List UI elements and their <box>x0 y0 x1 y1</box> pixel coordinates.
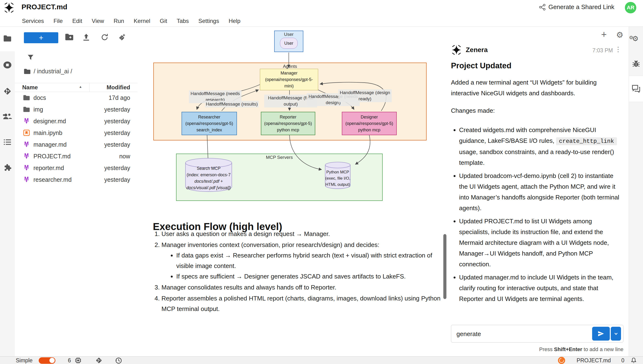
file-modified: yesterday <box>104 118 130 125</box>
chevron-down-icon <box>614 331 619 336</box>
menu-item-run[interactable]: Run <box>114 18 124 24</box>
jupyter-status-icon[interactable] <box>558 357 565 364</box>
chat-tab[interactable] <box>629 84 643 93</box>
doc-list-item-2a: If data gaps exist → Researcher performs… <box>176 250 446 271</box>
sort-by-modified-header[interactable]: Modified <box>106 84 130 91</box>
change-item-1: Created widgets.md with comprehensive Ni… <box>459 125 624 168</box>
file-row-reporter-md[interactable]: M▼ reporter.md yesterday <box>15 162 138 174</box>
funnel-icon <box>27 54 34 61</box>
user-avatar[interactable]: AR <box>625 2 636 14</box>
diagram-node-researcher: Researcher (openai/responses/gpt-5) sear… <box>182 112 237 135</box>
filter-files-button[interactable] <box>27 54 34 62</box>
running-terminals-tab[interactable] <box>0 61 15 69</box>
history-icon[interactable] <box>115 357 122 364</box>
git-clone-icon <box>118 34 126 42</box>
file-modified: yesterday <box>104 141 130 148</box>
diagram-node-reporter: Reporter (openai/responses/gpt-5) python… <box>261 112 315 135</box>
edge-label-results: HandoffMessage (results) <box>205 101 259 108</box>
menu-item-edit[interactable]: Edit <box>72 18 82 24</box>
menu-item-file[interactable]: File <box>54 18 63 24</box>
app-logo-icon <box>3 2 15 14</box>
file-row-researcher-md[interactable]: M▼ researcher.md yesterday <box>15 174 138 186</box>
markdown-icon: M▼ <box>23 164 30 172</box>
notification-count[interactable]: 0 <box>621 357 624 364</box>
assistant-name: Zenera <box>466 46 488 54</box>
upload-icon <box>83 34 90 41</box>
file-list-header: Name ▲ Modified <box>15 83 138 92</box>
file-browser-tab[interactable] <box>0 35 15 42</box>
gears-icon: ⚙⚙ <box>631 34 642 42</box>
generate-shared-link-button[interactable]: Generate a Shared Link <box>539 3 614 11</box>
new-folder-button[interactable] <box>65 34 74 42</box>
file-browser-panel: + <box>15 27 138 356</box>
file-row-docs[interactable]: docs 17d ago <box>15 92 138 104</box>
file-row-manager-md[interactable]: M▼ manager.md yesterday <box>15 139 138 150</box>
menu-item-kernel[interactable]: Kernel <box>134 18 150 24</box>
kernel-chip-icon[interactable] <box>75 357 82 364</box>
users-icon <box>3 113 12 120</box>
menu-item-help[interactable]: Help <box>228 18 240 24</box>
right-activity-bar: ⚙⚙ <box>629 27 643 356</box>
refresh-button[interactable] <box>101 34 108 42</box>
new-chat-button[interactable]: + <box>601 29 607 40</box>
file-row-main-ipynb[interactable]: main.ipynb yesterday <box>15 127 138 139</box>
new-launcher-button[interactable]: + <box>24 32 58 43</box>
new-folder-icon <box>65 34 74 40</box>
sort-ascending-icon: ▲ <box>79 85 82 88</box>
file-row-project-md[interactable]: M▼ PROJECT.md now <box>15 150 138 162</box>
breadcrumb[interactable]: / industrial_ai / <box>24 68 72 75</box>
debugger-tab[interactable] <box>629 60 643 68</box>
file-name: researcher.md <box>34 176 72 183</box>
doc-list-item-2b: If specs are sufficient → Designer gener… <box>176 271 446 282</box>
table-of-contents-tab[interactable] <box>0 138 15 146</box>
puzzle-icon <box>3 163 12 172</box>
git-clone-button[interactable] <box>118 34 126 42</box>
folder-icon <box>24 68 31 74</box>
chat-settings-button[interactable]: ⚙ <box>616 30 624 40</box>
extensions-tab[interactable] <box>0 163 15 172</box>
git-tab[interactable] <box>0 87 15 96</box>
file-row-designer-md[interactable]: M▼ designer.md yesterday <box>15 115 138 127</box>
send-button[interactable] <box>592 327 610 340</box>
message-menu-button[interactable]: ⋮ <box>615 46 622 53</box>
property-inspector-tab[interactable]: ⚙⚙ <box>629 34 643 42</box>
architecture-diagram: User Agents MCP Servers <box>138 27 448 208</box>
collaborators-tab[interactable] <box>0 113 15 120</box>
menu-item-tabs[interactable]: Tabs <box>177 18 189 24</box>
file-modified: yesterday <box>104 176 130 183</box>
menu-item-settings[interactable]: Settings <box>198 18 219 24</box>
menu-bar: Services File Edit View Run Kernel Git T… <box>0 15 643 27</box>
change-item-3: Updated PROJECT.md to list UI Widgets am… <box>459 216 624 270</box>
file-name: img <box>34 106 43 113</box>
git-status-icon[interactable] <box>95 357 102 364</box>
menu-item-view[interactable]: View <box>92 18 104 24</box>
simple-mode-toggle[interactable] <box>39 357 56 364</box>
file-modified: now <box>119 153 130 160</box>
refresh-icon <box>101 34 108 41</box>
file-name: PROJECT.md <box>34 153 71 160</box>
menu-item-services[interactable]: Services <box>22 18 44 24</box>
notebook-icon <box>23 129 30 136</box>
send-options-button[interactable] <box>611 327 621 340</box>
kernel-count[interactable]: 6 <box>68 357 71 364</box>
folder-icon <box>23 94 30 102</box>
simple-mode-label[interactable]: Simple <box>16 357 32 364</box>
window-title: PROJECT.md <box>22 3 67 11</box>
file-row-img[interactable]: img yesterday <box>15 104 138 115</box>
chat-input[interactable] <box>451 325 586 343</box>
bell-icon[interactable] <box>630 357 637 364</box>
message-timestamp: 7:03 PM <box>592 47 613 54</box>
main-scrollbar-thumb[interactable] <box>443 234 446 299</box>
breadcrumb-path: / industrial_ai / <box>34 68 72 75</box>
markdown-icon: M▼ <box>23 141 30 148</box>
change-item-4: Updated manager.md to include UI Widgets… <box>459 272 624 304</box>
upload-button[interactable] <box>83 34 90 42</box>
sort-by-name-header[interactable]: Name <box>22 84 38 91</box>
message-header: Zenera <box>451 44 488 56</box>
menu-item-git[interactable]: Git <box>160 18 167 24</box>
status-bar-left: Simple 6 <box>16 356 122 364</box>
diagram-node-python-mcp: Python MCP (exec, file I/O, HTML output) <box>318 169 357 188</box>
file-modified: yesterday <box>104 130 130 136</box>
chat-icon <box>632 84 640 93</box>
markdown-icon: M▼ <box>23 176 30 184</box>
